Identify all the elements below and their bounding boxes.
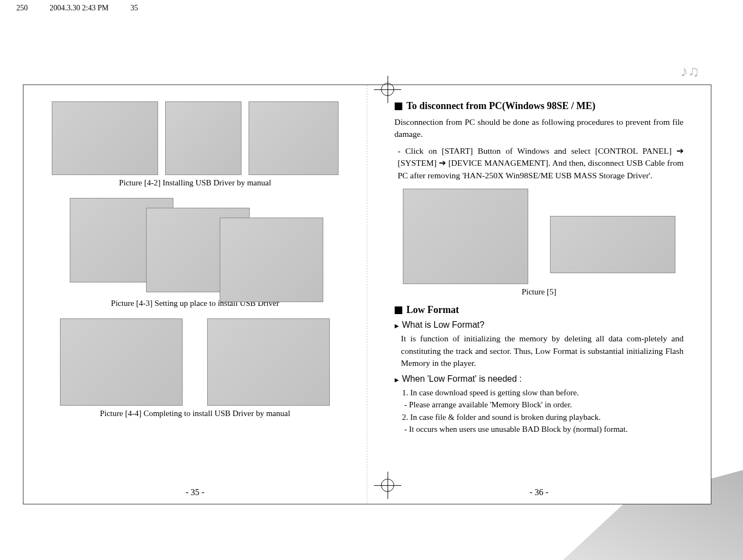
subheader-what-is: What is Low Format? — [395, 320, 684, 330]
screenshot-wizard-ready — [60, 318, 183, 406]
document-spread: Picture [4-2] Installing USB Driver by m… — [23, 85, 711, 504]
page-marker: 35 — [130, 4, 138, 13]
lowformat-description: It is function of initializing the memor… — [395, 333, 684, 369]
lowformat-item-1-note: - Please arrange available 'Memory Block… — [395, 399, 684, 411]
print-timestamp: 2004.3.30 2:43 PM — [50, 4, 108, 13]
disconnect-steps: - Click on [START] Button of Windows and… — [395, 145, 684, 182]
page-number-right: - 36 - — [367, 487, 711, 497]
section-disconnect-title: To disconnect from PC(Windows 98SE / ME) — [407, 100, 596, 112]
caption-4-4: Picture [4-4] Completing to install USB … — [51, 409, 340, 418]
screenshot-update-wizard-3 — [220, 218, 323, 302]
disconnect-intro: Disconnection from PC should be done as … — [395, 116, 684, 141]
screenshot-system-properties — [165, 101, 241, 175]
figure-4-2-images — [51, 99, 340, 178]
screenshot-new-hardware-found — [52, 101, 158, 175]
screenshot-confirm-device-removal — [550, 216, 675, 273]
screenshot-system-properties-remove — [403, 189, 528, 284]
screenshot-wizard-finish — [207, 318, 330, 406]
caption-5: Picture [5] — [395, 287, 684, 297]
lowformat-item-2-note: - It occurs when users use unusable BAD … — [395, 423, 684, 436]
section-lowformat-title: Low Format — [407, 304, 459, 316]
page-36: To disconnect from PC(Windows 98SE / ME)… — [367, 85, 711, 504]
figure-5-images — [395, 186, 684, 287]
crop-mark-top — [381, 83, 408, 110]
section-disconnect-header: To disconnect from PC(Windows 98SE / ME) — [395, 100, 684, 112]
figure-4-4-images — [51, 316, 340, 409]
subheader-when-needed: When 'Low Format' is needed : — [395, 374, 684, 384]
section-lowformat-header: Low Format — [395, 304, 684, 316]
page-35: Picture [4-2] Installing USB Driver by m… — [23, 85, 367, 504]
bullet-square-icon — [395, 306, 402, 314]
lowformat-item-1: 1. In case download speed is getting slo… — [395, 387, 684, 399]
print-header: 250 2004.3.30 2:43 PM 35 — [16, 0, 138, 16]
crop-mark-bottom — [381, 479, 408, 506]
caption-4-2: Picture [4-2] Installing USB Driver by m… — [51, 178, 340, 188]
figure-4-3-images — [51, 195, 340, 299]
lowformat-item-2: 2. In case file & folder and sound is br… — [395, 411, 684, 424]
doc-id: 250 — [16, 4, 28, 13]
screenshot-usb-device-properties — [249, 101, 339, 175]
page-number-left: - 35 - — [23, 487, 367, 497]
music-note-icon: ♪♫ — [680, 63, 699, 80]
